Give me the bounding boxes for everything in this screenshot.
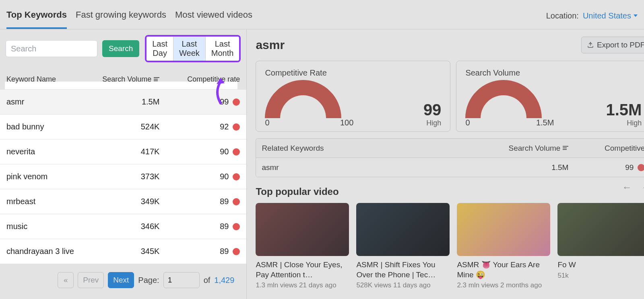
total-pages: 1,429 (214, 276, 234, 285)
severity-dot-icon (233, 98, 240, 106)
table-row[interactable]: bad bunny524K92 (0, 115, 246, 139)
keyword-name: bad bunny (6, 122, 79, 131)
col-search-volume-label: Search Volume (102, 75, 151, 84)
video-title: ASMR | Close Your Eyes, Pay Attention t… (256, 260, 349, 280)
competitive-label: High (423, 119, 442, 127)
search-volume-title: Search Volume (465, 68, 642, 78)
chevron-down-icon (634, 14, 638, 17)
related-row[interactable]: asmr 1.5M 99 (256, 158, 644, 177)
keyword-competitive: 89 (220, 222, 229, 231)
export-pdf-button[interactable]: Export to PDF (581, 37, 644, 53)
export-pdf-label: Export to PDF (597, 41, 644, 49)
tab-most-viewed[interactable]: Most viewed videos (175, 10, 252, 29)
table-row[interactable]: music346K89 (0, 214, 246, 239)
keyword-name: mrbeast (6, 197, 79, 206)
page-of: of (204, 276, 211, 285)
table-row[interactable]: chandrayaan 3 live345K89 (0, 239, 246, 264)
sort-desc-icon (563, 146, 568, 151)
period-last-month[interactable]: Last Month (206, 37, 239, 61)
competitive-max: 100 (340, 118, 353, 127)
page-input[interactable] (163, 272, 200, 288)
video-meta: 528K views 11 days ago (356, 281, 450, 289)
severity-dot-icon (233, 223, 240, 230)
severity-dot-icon (233, 248, 240, 255)
keyword-competitive: 89 (220, 247, 229, 256)
page-label: Page: (138, 276, 159, 285)
carousel-prev-icon[interactable]: ← (622, 182, 632, 193)
keyword-name: asmr (6, 97, 79, 106)
competitive-value: 99 (423, 101, 442, 119)
tab-fast-growing[interactable]: Fast growing keywords (76, 10, 166, 29)
keyword-volume: 1.5M (79, 97, 159, 106)
location-select[interactable]: United States (583, 11, 638, 20)
video-card[interactable]: ASMR | Shift Fixes You Over the Phone | … (356, 203, 450, 289)
video-thumbnail (256, 203, 349, 256)
keyword-competitive: 90 (220, 147, 229, 156)
table-row[interactable]: neverita417K90 (0, 139, 246, 164)
next-page-button[interactable]: Next (108, 272, 134, 288)
search-input[interactable] (6, 40, 97, 57)
keyword-volume: 349K (79, 197, 159, 206)
keyword-volume: 345K (79, 247, 159, 256)
keyword-competitive: 89 (220, 197, 229, 206)
video-card[interactable]: ASMR 👅 Your Ears Are Mine 😜2.3 mln views… (457, 203, 550, 289)
col-related-keywords[interactable]: Related Keywords (262, 144, 476, 153)
keyword-name: pink venom (6, 172, 79, 181)
table-row[interactable]: asmr1.5M99 (0, 90, 246, 115)
keyword-competitive: 99 (220, 97, 229, 106)
volume-max: 1.5M (536, 118, 554, 127)
competitive-rate-card: Competitive Rate 0 100 99 High (256, 61, 450, 132)
volume-value: 1.5M (606, 101, 642, 119)
search-button[interactable]: Search (102, 40, 139, 57)
col-keyword-name[interactable]: Keyword Name (6, 75, 79, 84)
sort-desc-icon (154, 77, 159, 82)
tab-top-keywords[interactable]: Top Keywords (6, 10, 67, 29)
severity-dot-icon (233, 173, 240, 180)
video-title: ASMR 👅 Your Ears Are Mine 😜 (457, 260, 550, 280)
keyword-name: music (6, 222, 79, 231)
severity-dot-icon (233, 148, 240, 156)
table-row[interactable]: mrbeast349K89 (0, 189, 246, 214)
export-icon (587, 42, 594, 48)
competitive-rate-title: Competitive Rate (265, 68, 441, 78)
video-title: Fo W (557, 260, 644, 270)
keyword-name: neverita (6, 147, 79, 156)
keyword-volume: 346K (79, 222, 159, 231)
related-volume: 1.5M (476, 163, 568, 172)
related-competitive: 99 (625, 163, 634, 172)
period-toggle: Last Day Last Week Last Month (145, 35, 241, 62)
col-related-competitive[interactable]: Competitive (568, 144, 644, 153)
location-label: Location: (546, 11, 579, 20)
col-search-volume[interactable]: Search Volume (79, 75, 159, 84)
carousel-next-icon[interactable]: → (641, 182, 644, 193)
volume-label: High (606, 119, 642, 127)
related-name: asmr (262, 163, 476, 172)
video-meta: 51k (557, 272, 644, 280)
video-card[interactable]: ASMR | Close Your Eyes, Pay Attention t…… (256, 203, 349, 289)
table-row[interactable]: pink venom373K90 (0, 164, 246, 189)
video-card[interactable]: Fo W51k (557, 203, 644, 289)
col-related-volume-label: Search Volume (509, 144, 561, 153)
video-thumbnail (356, 203, 450, 256)
severity-dot-icon (233, 198, 240, 205)
popular-video-title: Top popular video (256, 186, 339, 197)
keyword-volume: 524K (79, 122, 159, 131)
prev-page-button[interactable]: Prev (78, 272, 104, 288)
video-meta: 1.3 mln views 21 days ago (256, 281, 349, 289)
keyword-competitive: 92 (220, 122, 229, 131)
col-competitive-rate[interactable]: Competitive rate (159, 75, 240, 84)
keyword-volume: 417K (79, 147, 159, 156)
competitive-gauge (265, 80, 341, 118)
competitive-min: 0 (265, 118, 269, 127)
first-page-button[interactable]: « (58, 272, 74, 288)
volume-gauge (465, 80, 542, 118)
col-related-volume[interactable]: Search Volume (476, 144, 568, 153)
keyword-volume: 373K (79, 172, 159, 181)
period-last-week[interactable]: Last Week (173, 37, 206, 61)
severity-dot-icon (638, 164, 644, 171)
video-title: ASMR | Shift Fixes You Over the Phone | … (356, 260, 450, 280)
period-last-day[interactable]: Last Day (147, 37, 173, 61)
keyword-competitive: 90 (220, 172, 229, 181)
video-meta: 2.3 mln views 2 months ago (457, 281, 550, 289)
keyword-title: asmr (256, 38, 285, 52)
